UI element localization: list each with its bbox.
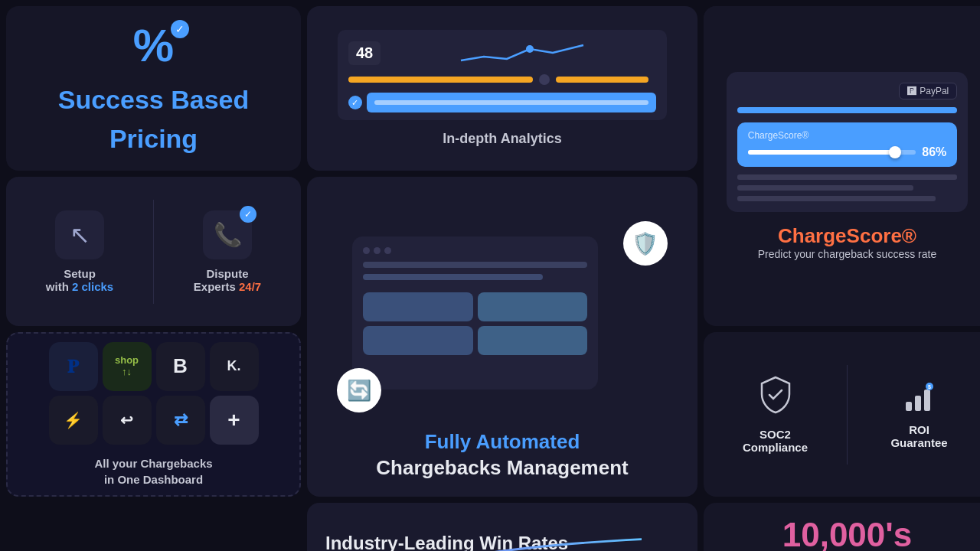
paypal-label: PayPal: [920, 86, 949, 96]
roi-icon: $: [903, 380, 936, 417]
chargeback-integration: ↩: [103, 396, 152, 445]
setup-icon-box: ↖: [55, 210, 104, 259]
pricing-title: Success Based: [58, 84, 250, 116]
dispute-text: Dispute Experts 24/7: [194, 267, 261, 293]
analytics-card: 48 ✓ In-depth Analytics: [307, 6, 697, 171]
soc2-label: SOC2Compliance: [743, 428, 808, 454]
analytics-mockup: 48 ✓: [338, 30, 667, 120]
analytics-label: In-depth Analytics: [443, 131, 561, 147]
dispute-check-badge: ✓: [240, 206, 256, 223]
phone-icon: 📞: [214, 221, 242, 248]
chargescore-subtitle: Predict your chargeback success rate: [758, 248, 936, 260]
pricing-card: % ✓ Success Based Pricing: [6, 6, 301, 171]
stripe-integration: ⚡: [49, 396, 98, 445]
shield-badge: 🛡️: [623, 221, 668, 266]
roi-label: ROIGuarantee: [890, 423, 947, 449]
automated-card: 🛡️ 🔄 Fully Automated Chargebacks Managem…: [307, 177, 697, 497]
braintree-integration: B: [156, 342, 205, 391]
paypal-row: 🅿 PayPal: [737, 83, 958, 99]
plus-integration[interactable]: +: [210, 396, 259, 445]
svg-rect-3: [924, 390, 930, 411]
soc-roi-card: SOC2Compliance $ ROIGuarantee: [704, 332, 980, 497]
cursor-icon: ↖: [70, 220, 90, 249]
roi-half: $ ROIGuarantee: [848, 370, 980, 460]
dashboard-label: All your Chargebacks in One Dashboard: [94, 455, 212, 487]
cs-percent: 86%: [922, 145, 946, 159]
mockup-content: [363, 262, 587, 355]
thousands-card: 10,000's of Chargebacks recovered per mo…: [704, 503, 980, 551]
svg-rect-1: [906, 402, 912, 411]
svg-text:$: $: [928, 384, 931, 390]
mockup-cards-grid: [363, 292, 587, 355]
shopify-integration: shop↑↓: [103, 342, 152, 391]
cs-top-bar: [737, 107, 958, 113]
percent-icon: %: [133, 20, 174, 71]
win-rates-card: Industry-Leading Win Rates: [307, 503, 697, 551]
soc2-half: SOC2Compliance: [704, 365, 848, 465]
dispute-icon-box: 📞 ✓: [203, 210, 252, 259]
automated-title: Fully Automated Chargebacks Management: [376, 429, 628, 481]
klarna-integration: K.: [210, 342, 259, 391]
integration-grid: 𝐏 shop↑↓ B K. ⚡ ↩ ⇄ +: [49, 342, 259, 445]
cs-slider-thumb: [889, 146, 901, 158]
chargescore-box: ChargeScore® 86%: [737, 122, 958, 167]
cs-slider-track: [748, 150, 916, 155]
automated-mockup: [352, 236, 598, 390]
chargescore-title: ChargeScore®: [778, 224, 916, 248]
automated-wrapper: 🛡️ 🔄: [352, 236, 652, 397]
setup-dispute-card: ↖ Setup with 2 clicks 📞 ✓ Dispute Expert…: [6, 177, 301, 326]
thousands-number: 10,000's: [782, 516, 913, 552]
svg-point-0: [526, 45, 534, 53]
chargescore-card: 🅿 PayPal ChargeScore® 86%: [704, 6, 980, 326]
win-curve-chart: [322, 534, 642, 551]
refresh-badge: 🔄: [337, 368, 381, 412]
paypal-badge: 🅿 PayPal: [899, 83, 957, 99]
shield-soc-icon: [759, 376, 792, 422]
cs-slider-row: 86%: [748, 145, 947, 159]
chargescore-mockup: 🅿 PayPal ChargeScore® 86%: [727, 72, 969, 212]
svg-rect-2: [915, 396, 921, 411]
dispute-half: 📞 ✓ Dispute Experts 24/7: [154, 200, 301, 304]
pricing-title2: Pricing: [109, 123, 198, 155]
check-badge-analytics: ✓: [348, 96, 362, 109]
setup-highlight: 2 clicks: [72, 280, 113, 293]
cs-lines: [737, 174, 958, 201]
paypal-integration: 𝐏: [49, 342, 98, 391]
analytics-chart: [388, 37, 656, 68]
check-badge: ✓: [171, 20, 189, 38]
setup-half: ↖ Setup with 2 clicks: [6, 200, 154, 304]
paypal-icon: 🅿: [907, 86, 916, 96]
cs-slider-fill: [748, 150, 893, 155]
analytics-number: 48: [348, 41, 381, 65]
mockup-dots: [363, 247, 587, 254]
dispute-highlight: 24/7: [239, 280, 261, 293]
setup-text: Setup with 2 clicks: [46, 267, 113, 293]
arrows-integration: ⇄: [156, 396, 205, 445]
dashboard-card: 𝐏 shop↑↓ B K. ⚡ ↩ ⇄ + All your Chargebac…: [6, 332, 301, 497]
cs-score-label: ChargeScore®: [748, 130, 947, 141]
